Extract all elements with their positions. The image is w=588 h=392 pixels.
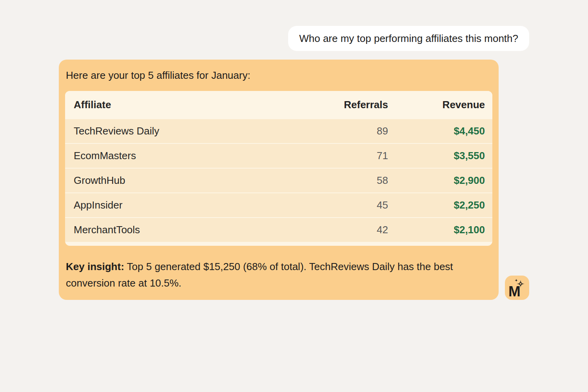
logo-letter-m: M <box>509 283 521 297</box>
assistant-avatar: M <box>505 276 529 300</box>
cell-referrals: 58 <box>318 174 388 187</box>
table-header-row: Affiliate Referrals Revenue <box>65 91 492 118</box>
user-message-bubble: Who are my top performing affiliates thi… <box>288 26 529 51</box>
table-row: MerchantTools 42 $2,100 <box>65 217 492 242</box>
cell-referrals: 42 <box>318 224 388 236</box>
table-row: EcomMasters 71 $3,550 <box>65 143 492 168</box>
cell-revenue: $2,100 <box>388 224 492 236</box>
key-insight-text: Key insight: Top 5 generated $15,250 (68… <box>65 258 488 291</box>
assistant-message-bubble: Here are your top 5 affiliates for Janua… <box>59 60 499 300</box>
cell-affiliate-name: GrowthHub <box>65 174 318 187</box>
table-row: GrowthHub 58 $2,900 <box>65 168 492 192</box>
key-insight-body: Top 5 generated $15,250 (68% of total). … <box>66 261 453 289</box>
user-message-row: Who are my top performing affiliates thi… <box>59 0 529 51</box>
cell-referrals: 71 <box>318 150 388 162</box>
chat-page: Who are my top performing affiliates thi… <box>0 0 588 392</box>
cell-affiliate-name: MerchantTools <box>65 224 318 236</box>
cell-affiliate-name: TechReviews Daily <box>65 125 318 137</box>
table-row: AppInsider 45 $2,250 <box>65 192 492 217</box>
cell-affiliate-name: AppInsider <box>65 199 318 211</box>
cell-affiliate-name: EcomMasters <box>65 150 318 162</box>
affiliates-table: Affiliate Referrals Revenue TechReviews … <box>65 91 492 246</box>
assistant-message-row: Here are your top 5 affiliates for Janua… <box>59 60 529 300</box>
key-insight-label: Key insight: <box>66 261 124 272</box>
header-cell-affiliate: Affiliate <box>65 99 318 111</box>
cell-revenue: $2,900 <box>388 174 492 187</box>
user-message-text: Who are my top performing affiliates thi… <box>299 33 518 44</box>
cell-referrals: 89 <box>318 125 388 137</box>
cell-revenue: $2,250 <box>388 199 492 211</box>
assistant-intro-text: Here are your top 5 affiliates for Janua… <box>65 69 492 82</box>
header-cell-revenue: Revenue <box>388 99 492 111</box>
cell-referrals: 45 <box>318 199 388 211</box>
table-row: TechReviews Daily 89 $4,450 <box>65 118 492 143</box>
cell-revenue: $4,450 <box>388 125 492 137</box>
sparkle-icon-small <box>515 279 518 282</box>
avatar-logo-m: M <box>509 278 525 297</box>
cell-revenue: $3,550 <box>388 150 492 162</box>
header-cell-referrals: Referrals <box>318 99 388 111</box>
chat-column: Who are my top performing affiliates thi… <box>59 0 529 300</box>
